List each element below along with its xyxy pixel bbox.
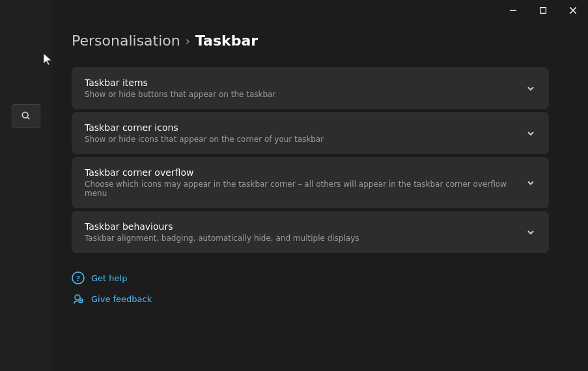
search-button[interactable] (12, 104, 40, 128)
chevron-down-icon (525, 227, 536, 238)
chevron-down-icon (525, 83, 536, 94)
settings-item-taskbar-behaviours-title: Taskbar behaviours (85, 221, 359, 232)
main-content: Personalisation › Taskbar Taskbar items … (52, 0, 588, 371)
settings-item-taskbar-items-title: Taskbar items (85, 77, 275, 88)
settings-item-taskbar-corner-icons-title: Taskbar corner icons (85, 122, 324, 133)
breadcrumb-separator: › (186, 34, 190, 48)
feedback-icon (72, 292, 85, 305)
settings-item-taskbar-items-text: Taskbar items Show or hide buttons that … (85, 77, 275, 99)
maximize-button[interactable] (528, 0, 558, 21)
settings-item-taskbar-items[interactable]: Taskbar items Show or hide buttons that … (72, 67, 549, 109)
minimize-button[interactable] (498, 0, 528, 21)
breadcrumb-current: Taskbar (195, 33, 258, 49)
sidebar (0, 0, 52, 371)
settings-item-taskbar-corner-overflow-desc: Choose which icons may appear in the tas… (85, 180, 515, 198)
chevron-down-icon (525, 128, 536, 139)
svg-line-5 (27, 117, 29, 119)
settings-item-taskbar-corner-icons[interactable]: Taskbar corner icons Show or hide icons … (72, 112, 549, 154)
settings-item-taskbar-corner-overflow[interactable]: Taskbar corner overflow Choose which ico… (72, 157, 549, 208)
settings-item-taskbar-items-desc: Show or hide buttons that appear on the … (85, 90, 275, 99)
settings-item-taskbar-behaviours-text: Taskbar behaviours Taskbar alignment, ba… (85, 221, 359, 243)
settings-item-taskbar-corner-overflow-title: Taskbar corner overflow (85, 167, 515, 178)
settings-item-taskbar-corner-icons-text: Taskbar corner icons Show or hide icons … (85, 122, 324, 144)
svg-rect-1 (540, 8, 546, 14)
settings-list: Taskbar items Show or hide buttons that … (72, 67, 549, 253)
get-help-label: Get help (91, 273, 127, 283)
svg-point-4 (22, 112, 28, 118)
give-feedback-link[interactable]: Give feedback (72, 292, 549, 305)
give-feedback-label: Give feedback (91, 294, 152, 304)
title-bar (498, 0, 588, 21)
settings-item-taskbar-behaviours-desc: Taskbar alignment, badging, automaticall… (85, 234, 359, 243)
help-circle-icon: ? (72, 271, 85, 284)
settings-item-taskbar-behaviours[interactable]: Taskbar behaviours Taskbar alignment, ba… (72, 211, 549, 253)
chevron-down-icon (525, 178, 536, 188)
svg-text:?: ? (76, 274, 80, 283)
close-button[interactable] (558, 0, 588, 21)
breadcrumb: Personalisation › Taskbar (72, 33, 549, 49)
settings-item-taskbar-corner-icons-desc: Show or hide icons that appear on the co… (85, 135, 324, 144)
settings-item-taskbar-corner-overflow-text: Taskbar corner overflow Choose which ico… (85, 167, 515, 198)
breadcrumb-parent[interactable]: Personalisation (72, 33, 180, 49)
help-section: ? Get help Give feedback (72, 271, 549, 305)
get-help-link[interactable]: ? Get help (72, 271, 549, 284)
